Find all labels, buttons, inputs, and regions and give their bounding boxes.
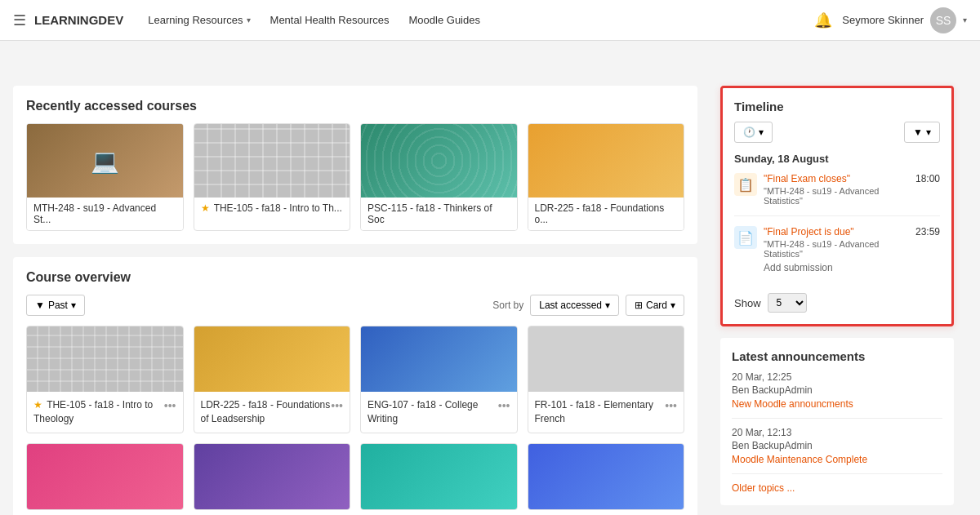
older-topics-link[interactable]: ... <box>786 482 795 494</box>
avatar: SS <box>930 7 956 33</box>
add-submission-link[interactable]: Add submission <box>764 262 909 273</box>
show-select[interactable]: 5 10 15 <box>768 293 807 313</box>
timeline-item-content: "Final Project is due" "MTH-248 - su19 -… <box>764 226 909 273</box>
filter-icon: ▼ <box>35 300 45 311</box>
overview-card[interactable] <box>194 443 351 510</box>
older-topics: Older topics ... <box>732 482 942 494</box>
card-menu-icon[interactable]: ••• <box>665 398 677 415</box>
card-info-header: ENG-107 - fa18 - College Writing ••• <box>368 398 510 426</box>
recent-course-card[interactable]: 💻 MTH-248 - su19 - Advanced St... <box>26 123 184 231</box>
view-card-button[interactable]: ⊞ Card ▾ <box>626 295 684 316</box>
card-info-header: FR-101 - fa18 - Elementary French ••• <box>535 398 678 426</box>
main-nav: Learning Resources ▾ Mental Health Resou… <box>140 9 814 31</box>
filter-past-button[interactable]: ▼ Past ▾ <box>26 295 85 316</box>
card-title: ★ THE-105 - fa18 - Intro to Theology <box>33 398 164 426</box>
timeline-title: Timeline <box>734 100 940 113</box>
ann-link[interactable]: Moodle Maintenance Complete <box>732 454 942 465</box>
sidebar: Timeline 🕐 ▾ ▼ ▾ Sunday, 18 August 📋 "Fi <box>710 76 964 515</box>
course-label: ★ THE-105 - fa18 - Intro to Th... <box>194 198 350 219</box>
timeline-item-content: "Final Exam closes" "MTH-248 - su19 - Ad… <box>764 173 909 206</box>
user-name: Seymore Skinner <box>842 14 924 26</box>
nav-mental-health[interactable]: Mental Health Resources <box>262 9 398 31</box>
card-info-header: ★ THE-105 - fa18 - Intro to Theology ••• <box>33 398 176 426</box>
ann-author: Ben BackupAdmin <box>732 440 942 451</box>
course-label: PSC-115 - fa18 - Thinkers of Soc <box>361 198 517 230</box>
bell-icon[interactable]: 🔔 <box>814 11 832 29</box>
card-menu-icon[interactable]: ••• <box>498 398 510 415</box>
overview-card[interactable] <box>26 443 184 510</box>
timeline-item-time: 23:59 <box>915 226 940 238</box>
card-title: ENG-107 - fa18 - College Writing <box>368 398 498 426</box>
course-label: LDR-225 - fa18 - Foundations o... <box>528 198 684 230</box>
view-dropdown-icon: ▾ <box>670 300 675 311</box>
star-icon: ★ <box>33 399 42 411</box>
navbar-right: 🔔 Seymore Skinner SS ▾ <box>814 7 967 33</box>
nav-moodle-guides[interactable]: Moodle Guides <box>401 9 488 31</box>
overview-card[interactable] <box>360 443 518 510</box>
announcements-widget: Latest announcements 20 Mar, 12:25 Ben B… <box>720 338 954 505</box>
overview-grid-row1: ★ THE-105 - fa18 - Intro to Theology •••… <box>26 326 684 433</box>
timeline-item-link[interactable]: "Final Exam closes" <box>764 173 909 184</box>
card-info: FR-101 - fa18 - Elementary French ••• <box>528 392 684 433</box>
overview-grid-row2 <box>26 443 684 510</box>
card-title: FR-101 - fa18 - Elementary French <box>535 398 666 426</box>
card-title: LDR-225 - fa18 - Foundations of Leadsers… <box>201 398 332 426</box>
card-info: ★ THE-105 - fa18 - Intro to Theology ••• <box>27 392 183 433</box>
card-menu-icon[interactable]: ••• <box>164 398 176 415</box>
timeline-item-icon: 📋 <box>734 173 757 196</box>
overview-card[interactable] <box>528 443 685 510</box>
ann-date: 20 Mar, 12:13 <box>732 427 942 438</box>
timeline-widget: Timeline 🕐 ▾ ▼ ▾ Sunday, 18 August 📋 "Fi <box>720 86 954 326</box>
sort-button[interactable]: Last accessed ▾ <box>530 295 619 316</box>
recent-course-card[interactable]: PSC-115 - fa18 - Thinkers of Soc <box>360 123 518 231</box>
show-label: Show <box>734 297 761 309</box>
recent-courses-grid: 💻 MTH-248 - su19 - Advanced St... ★ THE-… <box>26 123 684 231</box>
card-info-header: LDR-225 - fa18 - Foundations of Leadsers… <box>201 398 344 426</box>
overview-card[interactable]: ★ THE-105 - fa18 - Intro to Theology ••• <box>26 326 184 433</box>
overview-controls: ▼ Past ▾ Sort by Last accessed ▾ ⊞ Card … <box>26 295 684 316</box>
overview-card[interactable]: LDR-225 - fa18 - Foundations of Leadsers… <box>194 326 351 433</box>
timeline-item-subtitle: "MTH-248 - su19 - Advanced Statistics" <box>764 239 909 259</box>
timeline-show-row: Show 5 10 15 <box>734 293 940 313</box>
timeline-item-subtitle: "MTH-248 - su19 - Advanced Statistics" <box>764 186 909 206</box>
filter-dropdown-icon: ▾ <box>71 300 76 311</box>
sort-label: Sort by <box>492 300 523 311</box>
ann-link[interactable]: New Moodle announcments <box>732 398 942 410</box>
timeline-clock-button[interactable]: 🕐 ▾ <box>734 122 773 143</box>
timeline-filter-button[interactable]: ▼ ▾ <box>904 122 940 143</box>
controls-right: Sort by Last accessed ▾ ⊞ Card ▾ <box>492 295 684 316</box>
ann-author: Ben BackupAdmin <box>732 384 942 396</box>
recently-accessed-title: Recently accessed courses <box>26 99 684 113</box>
timeline-item-icon: 📄 <box>734 226 757 249</box>
recently-accessed-section: Recently accessed courses 💻 MTH-248 - su… <box>13 86 697 244</box>
navbar: ☰ LEARNINGDEV Learning Resources ▾ Menta… <box>0 0 980 41</box>
recent-course-card[interactable]: ★ THE-105 - fa18 - Intro to Th... <box>194 123 351 231</box>
user-dropdown-arrow: ▾ <box>963 16 967 24</box>
course-overview-title: Course overview <box>26 270 684 285</box>
main-content: Recently accessed courses 💻 MTH-248 - su… <box>0 76 710 515</box>
brand-logo[interactable]: LEARNINGDEV <box>34 13 123 27</box>
announcement-item: 20 Mar, 12:25 Ben BackupAdmin New Moodle… <box>732 371 942 419</box>
clock-dropdown-icon: ▾ <box>759 127 764 138</box>
timeline-item: 📄 "Final Project is due" "MTH-248 - su19… <box>734 226 940 283</box>
nav-learning-resources[interactable]: Learning Resources ▾ <box>140 9 258 31</box>
star-icon: ★ <box>201 202 210 214</box>
course-label: MTH-248 - su19 - Advanced St... <box>27 198 183 230</box>
timeline-date-header: Sunday, 18 August <box>734 153 940 165</box>
overview-card[interactable]: FR-101 - fa18 - Elementary French ••• <box>528 326 685 433</box>
overview-card[interactable]: ENG-107 - fa18 - College Writing ••• <box>360 326 518 433</box>
recent-course-card[interactable]: LDR-225 - fa18 - Foundations o... <box>528 123 685 231</box>
ann-date: 20 Mar, 12:25 <box>732 371 942 383</box>
announcement-item: 20 Mar, 12:13 Ben BackupAdmin Moodle Mai… <box>732 427 942 474</box>
sort-dropdown-icon: ▾ <box>605 300 610 311</box>
timeline-item-time: 18:00 <box>915 173 940 184</box>
card-menu-icon[interactable]: ••• <box>331 398 343 415</box>
timeline-controls: 🕐 ▾ ▼ ▾ <box>734 122 940 143</box>
card-info: LDR-225 - fa18 - Foundations of Leadsers… <box>194 392 350 433</box>
card-info: ENG-107 - fa18 - College Writing ••• <box>361 392 517 433</box>
user-menu[interactable]: Seymore Skinner SS ▾ <box>842 7 967 33</box>
announcements-title: Latest announcements <box>732 349 942 363</box>
hamburger-icon[interactable]: ☰ <box>13 11 26 29</box>
timeline-item-link[interactable]: "Final Project is due" <box>764 226 909 238</box>
course-overview-section: Course overview ▼ Past ▾ Sort by Last ac… <box>13 257 697 515</box>
